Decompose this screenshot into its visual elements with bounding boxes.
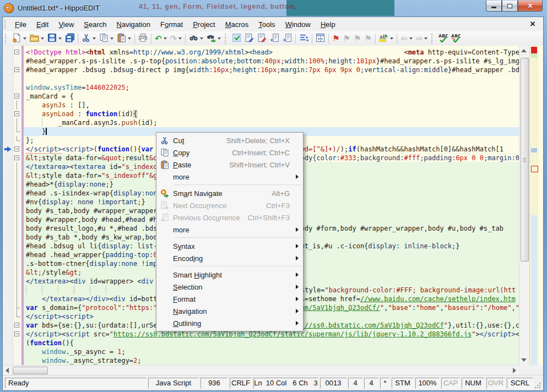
document-marker[interactable] — [531, 166, 538, 172]
vertical-scrollbar[interactable] — [519, 46, 529, 365]
replace-button[interactable] — [243, 32, 255, 45]
menu-item-macros[interactable]: Macros — [220, 18, 254, 31]
document-marker[interactable] — [531, 47, 537, 53]
fold-marker[interactable]: − — [14, 145, 21, 154]
menu-item-search[interactable]: Search — [79, 18, 111, 31]
toolbar-grip[interactable] — [5, 34, 8, 43]
maximize-button[interactable] — [502, 1, 518, 12]
context-menu-item-previous-occurrence[interactable]: Previous OccurrenceCtrl+Shift+F3 — [156, 211, 303, 224]
copy-button[interactable] — [98, 32, 115, 45]
context-menu-item-smart-highlight[interactable]: Smart Highlight — [156, 269, 303, 281]
code-line[interactable]: #head_wrapper .bdsug .bdsug-direct p img… — [24, 66, 519, 74]
fold-marker[interactable]: − — [14, 48, 21, 57]
scroll-down-icon[interactable] — [521, 358, 527, 362]
navigate-forward-button[interactable]: ⇨ — [415, 32, 429, 45]
dropdown-caret-icon[interactable] — [200, 37, 203, 40]
resize-grip[interactable] — [533, 378, 541, 389]
scroll-right-icon[interactable] — [513, 368, 516, 373]
horizontal-scrollbar[interactable] — [3, 365, 519, 375]
open-file-button[interactable] — [29, 32, 45, 45]
fold-marker[interactable]: − — [14, 66, 21, 74]
toggle-bookmark-button[interactable]: ⚑ — [331, 32, 340, 45]
dropdown-caret-icon[interactable] — [409, 37, 413, 40]
menu-item-project[interactable]: Project — [188, 18, 220, 31]
find-next-button[interactable] — [205, 32, 222, 45]
save-all-button[interactable] — [64, 32, 75, 45]
navigate-back-button[interactable]: ⇦ — [399, 32, 414, 45]
code-line[interactable]: (function(){ — [24, 339, 519, 347]
context-menu-item-copy[interactable]: CopyCtrl+Insert; Ctrl+C — [156, 146, 303, 159]
find-button[interactable] — [188, 32, 204, 45]
context-menu-item-navigation[interactable]: Navigation — [156, 305, 303, 317]
menu-item-edit[interactable]: Edit — [31, 18, 53, 31]
document-close-icon[interactable]: ✕ — [528, 20, 538, 28]
toolbar-grip[interactable] — [225, 34, 228, 43]
dropdown-caret-icon[interactable] — [218, 37, 221, 40]
dropdown-caret-icon[interactable] — [390, 37, 393, 40]
context-menu-item-more[interactable]: more — [156, 171, 303, 183]
dropdown-caret-icon[interactable] — [128, 37, 131, 40]
dropdown-caret-icon[interactable] — [58, 37, 62, 40]
document-marker[interactable] — [531, 53, 537, 58]
next-bookmark-button[interactable]: ⚑ — [353, 32, 362, 45]
previous-bookmark-button[interactable]: ⚑ — [342, 32, 351, 45]
menu-item-tools[interactable]: Tools — [253, 18, 280, 31]
menubar-grip[interactable] — [4, 20, 8, 29]
fold-marker[interactable]: − — [14, 154, 21, 162]
context-menu-item-encoding[interactable]: Encoding — [156, 252, 303, 264]
context-menu-item-cut[interactable]: CutShift+Delete; Ctrl+X — [156, 134, 303, 146]
menu-item-format[interactable]: Format — [155, 18, 188, 31]
clear-bookmarks-button[interactable]: ⚑ — [364, 32, 373, 45]
dropdown-caret-icon[interactable] — [164, 37, 167, 40]
horizontal-scroll-thumb[interactable] — [13, 367, 48, 374]
dropdown-caret-icon[interactable] — [110, 37, 113, 40]
undo-button[interactable]: ↶ — [154, 32, 168, 45]
menu-item-window[interactable]: Window — [280, 18, 316, 31]
code-line[interactable]: _manCard.asynJs.push(id); — [24, 118, 519, 127]
vertical-scroll-thumb[interactable] — [521, 58, 529, 262]
reformat-button[interactable] — [298, 32, 310, 45]
code-line[interactable] — [24, 74, 519, 83]
minimize-button[interactable] — [486, 1, 502, 12]
menu-item-view[interactable]: View — [53, 18, 79, 31]
new-file-button[interactable] — [11, 32, 28, 45]
menu-item-help[interactable]: Help — [316, 18, 340, 31]
context-menu-item-more[interactable]: more — [156, 224, 303, 236]
code-line[interactable]: asynLoad : function(id){ — [24, 110, 519, 118]
document-marker[interactable] — [531, 215, 537, 365]
code-line[interactable]: <!Doctype html><html xmlns=http://www.w3… — [24, 48, 519, 57]
close-button[interactable]: ✕ — [518, 1, 543, 12]
code-line[interactable]: window._sp_async = 1; — [24, 347, 519, 356]
menu-item-file[interactable]: File — [10, 18, 31, 31]
redo-button[interactable]: ↷ — [169, 32, 183, 45]
code-line[interactable]: asynJs : [], — [24, 101, 519, 110]
code-line[interactable]: window._async_strategy=2; — [24, 356, 519, 365]
scroll-up-icon[interactable] — [521, 49, 527, 52]
auto-spell-button[interactable]: ABC — [450, 32, 462, 45]
unindent-button[interactable] — [269, 32, 280, 45]
dropdown-caret-icon[interactable] — [424, 37, 427, 40]
dropdown-caret-icon[interactable] — [23, 37, 26, 40]
marker-strip[interactable] — [529, 46, 539, 365]
scroll-left-icon[interactable] — [6, 368, 9, 373]
dropdown-caret-icon[interactable] — [93, 37, 96, 40]
fold-marker[interactable]: − — [14, 321, 21, 330]
code-line[interactable]: #head_wrapper.s-ps-islite .s-p-top{posit… — [24, 57, 519, 66]
replace-in-selection-button[interactable] — [256, 32, 268, 45]
context-menu-item-syntax[interactable]: Syntax — [156, 240, 303, 252]
dropdown-caret-icon[interactable] — [178, 37, 182, 40]
highlight-button[interactable]: ab — [378, 32, 394, 45]
paste-button[interactable] — [116, 32, 132, 45]
context-menu-item-smart-navigate[interactable]: Smart NavigateAlt+G — [156, 187, 303, 199]
context-menu-item-outlining[interactable]: Outlining — [156, 317, 303, 329]
save-button[interactable] — [46, 32, 63, 45]
context-menu-item-next-occurrence[interactable]: Next OccurrenceCtrl+F3 — [156, 199, 303, 211]
context-menu-item-format[interactable]: Format — [156, 293, 303, 305]
select-all-button[interactable] — [231, 32, 242, 45]
code-line[interactable]: _manCard = { — [24, 92, 519, 101]
indent-button[interactable] — [281, 32, 293, 45]
spell-check-button[interactable]: ABC — [437, 32, 449, 45]
context-menu-item-paste[interactable]: PasteShift+Insert; Ctrl+V — [156, 159, 303, 171]
dropdown-caret-icon[interactable] — [41, 37, 44, 40]
fold-marker[interactable]: − — [14, 92, 21, 101]
